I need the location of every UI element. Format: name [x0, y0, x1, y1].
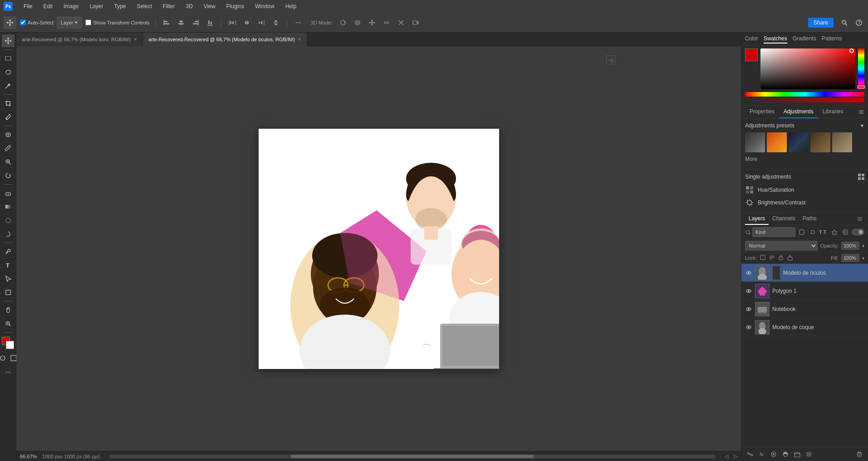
more-link[interactable]: More [745, 156, 864, 162]
layers-tab[interactable]: Layers [745, 213, 769, 225]
tab-2-close[interactable]: ✕ [298, 37, 301, 42]
tab-2[interactable]: arte-Recovered-Recovered @ 66,7% (Modelo… [143, 33, 307, 46]
3d-pan-btn[interactable] [367, 17, 378, 28]
3d-scale-btn[interactable] [396, 17, 407, 28]
layer-1-visibility[interactable] [745, 287, 752, 295]
zoom-tool[interactable] [2, 317, 15, 330]
align-center-horiz-btn[interactable] [176, 17, 186, 28]
hue-slider[interactable] [858, 49, 864, 89]
nav-prev[interactable]: ◁ [725, 453, 728, 459]
pen-tool[interactable] [2, 245, 15, 258]
3d-video-btn[interactable] [410, 17, 421, 28]
eyedropper-tool[interactable] [2, 111, 15, 123]
adj-grid-icon[interactable] [858, 174, 864, 180]
link-layers-btn[interactable] [745, 449, 755, 459]
active-color-swatch[interactable] [745, 49, 758, 61]
new-layer-btn[interactable] [804, 449, 814, 459]
fill-input[interactable] [841, 254, 859, 262]
preset-2[interactable] [767, 132, 787, 152]
new-group-btn[interactable] [792, 449, 802, 459]
preset-5[interactable] [832, 132, 852, 152]
artboard[interactable] [259, 129, 499, 369]
share-button[interactable]: Share [808, 18, 834, 28]
opacity-slider[interactable] [745, 98, 864, 102]
layer-3-visibility[interactable] [745, 324, 752, 331]
delete-layer-btn[interactable] [854, 449, 864, 459]
layer-item-3[interactable]: Modelo de coque [741, 318, 868, 336]
brightness-contrast-item[interactable]: Brightness/Contrast [745, 196, 864, 209]
color-tab[interactable]: Color [745, 34, 758, 44]
distribute-vert-center-btn[interactable] [270, 17, 281, 28]
menu-image[interactable]: Image [62, 2, 80, 10]
quick-mask-btn[interactable] [0, 353, 8, 363]
gradient-tool[interactable] [2, 200, 15, 213]
tab-1[interactable]: arte-Recovered @ 66,7% (Modelo loiro, RG… [16, 33, 143, 46]
menu-help[interactable]: Help [284, 2, 299, 10]
distribute-left-btn[interactable] [227, 17, 238, 28]
clone-stamp-tool[interactable] [2, 155, 15, 168]
layer-item-1[interactable]: Polygon 1 [741, 282, 868, 300]
more-options-btn[interactable] [293, 17, 304, 28]
align-right-edges-btn[interactable] [190, 17, 201, 28]
shape-tool[interactable] [2, 286, 15, 299]
lock-pixels-btn[interactable] [760, 254, 766, 262]
lasso-tool[interactable] [2, 66, 15, 78]
3d-slide-btn[interactable] [381, 17, 392, 28]
menu-filter[interactable]: Filter [161, 2, 177, 10]
transform-controls-checkbox[interactable] [85, 19, 91, 25]
move-tool-icon[interactable] [4, 16, 16, 29]
paths-tab[interactable]: Paths [799, 213, 820, 225]
menu-layer[interactable]: Layer [88, 2, 105, 10]
filter-toggle[interactable] [852, 229, 864, 235]
layers-search-input[interactable] [752, 227, 795, 237]
menu-window[interactable]: Window [253, 2, 276, 10]
distribute-right-btn[interactable] [256, 17, 267, 28]
dodge-tool[interactable] [2, 228, 15, 240]
add-fx-btn[interactable]: fx [757, 449, 767, 459]
layers-filter-smart-btn[interactable] [841, 228, 850, 237]
crop-tool[interactable] [2, 97, 15, 110]
align-bottom-btn[interactable] [205, 17, 216, 28]
path-selection-tool[interactable] [2, 272, 15, 285]
healing-brush-tool[interactable] [2, 128, 15, 141]
gradients-tab[interactable]: Gradients [793, 34, 816, 44]
libraries-tab[interactable]: Libraries [818, 106, 848, 118]
3d-roll-btn[interactable] [352, 17, 363, 28]
layer-2-visibility[interactable] [745, 306, 752, 313]
preset-1[interactable] [745, 132, 765, 152]
scroll-track[interactable] [109, 455, 716, 458]
layer-0-visibility[interactable] [745, 269, 752, 277]
panel-collapse-btn[interactable]: ◁ [606, 55, 615, 64]
search-btn[interactable] [839, 17, 850, 28]
layers-filter-shape-btn[interactable] [830, 228, 839, 237]
new-fill-adj-btn[interactable] [780, 449, 790, 459]
menu-edit[interactable]: Edit [41, 2, 54, 10]
3d-rotate-btn[interactable] [338, 17, 348, 28]
menu-file[interactable]: File [22, 2, 34, 10]
layer-item-2[interactable]: Notebook [741, 300, 868, 318]
preset-3[interactable] [789, 132, 809, 152]
blend-mode-select[interactable]: Normal [745, 241, 818, 251]
tab-1-close[interactable]: ✕ [133, 37, 137, 42]
menu-type[interactable]: Type [112, 2, 128, 10]
menu-3d[interactable]: 3D [184, 2, 194, 10]
auto-select-checkbox[interactable] [20, 19, 26, 25]
color-swatch-box[interactable] [745, 49, 758, 61]
history-brush-tool[interactable] [2, 169, 15, 182]
lock-image-btn[interactable] [769, 254, 775, 262]
move-tool[interactable] [2, 34, 15, 47]
background-color[interactable] [6, 341, 14, 349]
panel-menu-icon[interactable] [858, 106, 864, 118]
swatches-tab[interactable]: Swatches [764, 34, 787, 44]
text-tool[interactable]: T [2, 259, 15, 272]
color-gradient-picker[interactable] [760, 49, 855, 89]
nav-next[interactable]: ▷ [734, 453, 737, 459]
layers-filter-type-btn[interactable]: T T [819, 228, 828, 237]
lock-artboard-btn[interactable] [787, 254, 793, 262]
auto-select-dropdown[interactable]: Layer ▾ [57, 17, 82, 29]
channels-tab[interactable]: Channels [769, 213, 799, 225]
layer-item-0[interactable]: Modelo de óculos [741, 264, 868, 282]
more-tools[interactable] [2, 366, 15, 379]
menu-select[interactable]: Select [135, 2, 153, 10]
hand-tool[interactable] [2, 304, 15, 316]
